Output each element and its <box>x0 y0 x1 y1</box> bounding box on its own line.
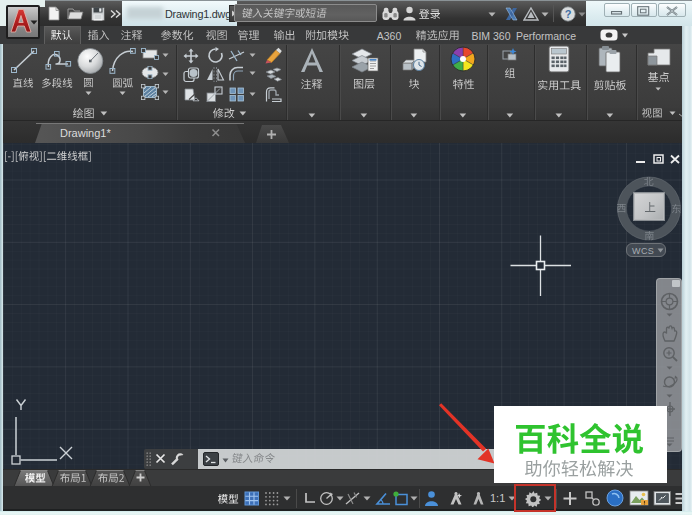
svg-text:?: ? <box>565 8 572 20</box>
